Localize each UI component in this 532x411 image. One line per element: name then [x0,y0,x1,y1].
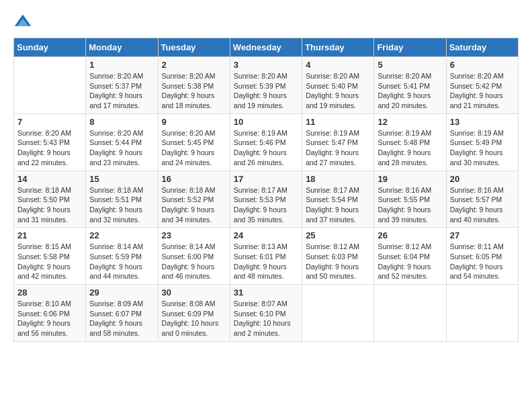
day-info: Sunrise: 8:10 AMSunset: 6:06 PMDaylight:… [17,299,82,338]
day-cell: 5Sunrise: 8:20 AMSunset: 5:41 PMDaylight… [374,57,446,114]
day-cell [14,57,86,114]
day-number: 18 [306,174,370,184]
day-info: Sunrise: 8:16 AMSunset: 5:57 PMDaylight:… [450,185,515,225]
week-row-1: 1Sunrise: 8:20 AMSunset: 5:37 PMDaylight… [14,57,519,114]
day-cell: 8Sunrise: 8:20 AMSunset: 5:44 PMDaylight… [86,113,158,171]
day-number: 4 [306,60,370,70]
day-number: 9 [162,117,226,127]
day-info: Sunrise: 8:20 AMSunset: 5:42 PMDaylight:… [450,71,515,111]
day-info: Sunrise: 8:18 AMSunset: 5:51 PMDaylight:… [89,185,154,225]
day-info: Sunrise: 8:17 AMSunset: 5:53 PMDaylight:… [234,185,298,225]
day-cell [446,285,518,342]
day-number: 13 [450,117,515,127]
day-number: 28 [17,287,82,298]
day-info: Sunrise: 8:19 AMSunset: 5:48 PMDaylight:… [378,128,442,168]
day-cell: 28Sunrise: 8:10 AMSunset: 6:06 PMDayligh… [14,285,86,342]
day-cell: 2Sunrise: 8:20 AMSunset: 5:38 PMDaylight… [158,57,230,114]
day-cell: 31Sunrise: 8:07 AMSunset: 6:10 PMDayligh… [230,285,302,342]
day-number: 2 [162,60,226,70]
day-number: 27 [450,230,515,240]
day-number: 23 [162,230,226,240]
day-cell: 6Sunrise: 8:20 AMSunset: 5:42 PMDaylight… [446,57,518,114]
day-info: Sunrise: 8:20 AMSunset: 5:43 PMDaylight:… [17,128,82,168]
day-cell [374,285,446,342]
day-cell: 20Sunrise: 8:16 AMSunset: 5:57 PMDayligh… [446,171,518,228]
day-info: Sunrise: 8:11 AMSunset: 6:05 PMDaylight:… [450,242,515,281]
day-cell: 7Sunrise: 8:20 AMSunset: 5:43 PMDaylight… [14,113,86,171]
day-info: Sunrise: 8:16 AMSunset: 5:55 PMDaylight:… [378,185,442,225]
calendar-table: SundayMondayTuesdayWednesdayThursdayFrid… [13,38,519,342]
day-info: Sunrise: 8:18 AMSunset: 5:50 PMDaylight:… [17,185,82,225]
day-cell [302,285,374,342]
header-cell-wednesday: Wednesday [230,38,302,57]
week-row-5: 28Sunrise: 8:10 AMSunset: 6:06 PMDayligh… [14,285,519,342]
day-number: 25 [306,230,370,240]
day-number: 17 [234,174,298,184]
header-cell-monday: Monday [86,38,158,57]
day-info: Sunrise: 8:07 AMSunset: 6:10 PMDaylight:… [234,299,298,338]
day-info: Sunrise: 8:12 AMSunset: 6:04 PMDaylight:… [378,242,442,281]
day-cell: 16Sunrise: 8:18 AMSunset: 5:52 PMDayligh… [158,171,230,228]
day-info: Sunrise: 8:20 AMSunset: 5:44 PMDaylight:… [89,128,154,168]
day-cell: 14Sunrise: 8:18 AMSunset: 5:50 PMDayligh… [14,171,86,228]
day-cell: 11Sunrise: 8:19 AMSunset: 5:47 PMDayligh… [302,113,374,171]
day-number: 3 [234,60,298,70]
day-info: Sunrise: 8:19 AMSunset: 5:47 PMDaylight:… [306,128,370,168]
day-number: 11 [306,117,370,127]
day-cell: 21Sunrise: 8:15 AMSunset: 5:58 PMDayligh… [14,228,86,285]
day-number: 30 [162,287,226,298]
day-cell: 27Sunrise: 8:11 AMSunset: 6:05 PMDayligh… [446,228,518,285]
day-info: Sunrise: 8:17 AMSunset: 5:54 PMDaylight:… [306,185,370,225]
day-number: 31 [234,287,298,298]
day-info: Sunrise: 8:12 AMSunset: 6:03 PMDaylight:… [306,242,370,281]
day-number: 20 [450,174,515,184]
day-cell: 12Sunrise: 8:19 AMSunset: 5:48 PMDayligh… [374,113,446,171]
day-number: 22 [89,230,154,240]
day-cell: 24Sunrise: 8:13 AMSunset: 6:01 PMDayligh… [230,228,302,285]
day-number: 7 [17,117,82,127]
day-info: Sunrise: 8:20 AMSunset: 5:39 PMDaylight:… [234,71,298,111]
day-number: 10 [234,117,298,127]
day-cell: 15Sunrise: 8:18 AMSunset: 5:51 PMDayligh… [86,171,158,228]
day-number: 8 [89,117,154,127]
day-info: Sunrise: 8:20 AMSunset: 5:38 PMDaylight:… [162,71,226,111]
week-row-4: 21Sunrise: 8:15 AMSunset: 5:58 PMDayligh… [14,228,519,285]
day-info: Sunrise: 8:14 AMSunset: 6:00 PMDaylight:… [162,242,226,281]
day-info: Sunrise: 8:20 AMSunset: 5:37 PMDaylight:… [89,71,154,111]
day-cell: 30Sunrise: 8:08 AMSunset: 6:09 PMDayligh… [158,285,230,342]
day-cell: 17Sunrise: 8:17 AMSunset: 5:53 PMDayligh… [230,171,302,228]
day-cell: 10Sunrise: 8:19 AMSunset: 5:46 PMDayligh… [230,113,302,171]
day-number: 6 [450,60,515,70]
day-info: Sunrise: 8:09 AMSunset: 6:07 PMDaylight:… [89,299,154,338]
day-number: 21 [17,230,82,240]
day-cell: 9Sunrise: 8:20 AMSunset: 5:45 PMDaylight… [158,113,230,171]
day-info: Sunrise: 8:19 AMSunset: 5:46 PMDaylight:… [234,128,298,168]
logo [13,13,35,32]
day-cell: 22Sunrise: 8:14 AMSunset: 5:59 PMDayligh… [86,228,158,285]
logo-icon [13,13,32,32]
day-cell: 18Sunrise: 8:17 AMSunset: 5:54 PMDayligh… [302,171,374,228]
day-cell: 19Sunrise: 8:16 AMSunset: 5:55 PMDayligh… [374,171,446,228]
day-info: Sunrise: 8:15 AMSunset: 5:58 PMDaylight:… [17,242,82,281]
day-info: Sunrise: 8:20 AMSunset: 5:41 PMDaylight:… [378,71,442,111]
day-number: 5 [378,60,442,70]
week-row-2: 7Sunrise: 8:20 AMSunset: 5:43 PMDaylight… [14,113,519,171]
day-info: Sunrise: 8:13 AMSunset: 6:01 PMDaylight:… [234,242,298,281]
day-number: 29 [89,287,154,298]
header-cell-saturday: Saturday [446,38,518,57]
header-cell-sunday: Sunday [14,38,86,57]
day-number: 15 [89,174,154,184]
day-number: 12 [378,117,442,127]
day-number: 16 [162,174,226,184]
days-header-row: SundayMondayTuesdayWednesdayThursdayFrid… [14,38,519,57]
day-cell: 29Sunrise: 8:09 AMSunset: 6:07 PMDayligh… [86,285,158,342]
day-cell: 23Sunrise: 8:14 AMSunset: 6:00 PMDayligh… [158,228,230,285]
day-info: Sunrise: 8:20 AMSunset: 5:40 PMDaylight:… [306,71,370,111]
day-info: Sunrise: 8:20 AMSunset: 5:45 PMDaylight:… [162,128,226,168]
day-cell: 26Sunrise: 8:12 AMSunset: 6:04 PMDayligh… [374,228,446,285]
day-cell: 1Sunrise: 8:20 AMSunset: 5:37 PMDaylight… [86,57,158,114]
day-number: 1 [89,60,154,70]
header-cell-friday: Friday [374,38,446,57]
header-cell-tuesday: Tuesday [158,38,230,57]
day-cell: 13Sunrise: 8:19 AMSunset: 5:49 PMDayligh… [446,113,518,171]
